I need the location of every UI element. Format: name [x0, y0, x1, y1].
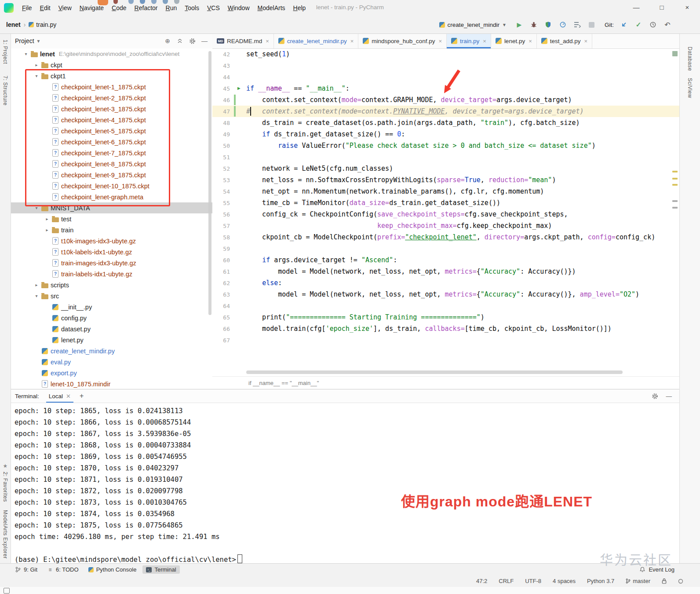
terminal-output[interactable]: epoch: 10 step: 1865, loss is 0.02413811… [11, 403, 680, 564]
run-button[interactable]: ▶ [515, 20, 524, 29]
toolwindow-button-git[interactable]: 9: Git [11, 565, 41, 574]
caret-position-widget[interactable]: 47:2 [476, 578, 487, 584]
code-line[interactable]: 47# context.set_context(mode=context.PYN… [212, 106, 680, 117]
toolwindow-button-todo[interactable]: ≡ 6: TODO [44, 565, 82, 574]
close-button[interactable]: × [674, 0, 700, 16]
menu-tools[interactable]: Tools [181, 4, 203, 11]
editor-tab[interactable]: train.py× [447, 33, 491, 48]
menu-navigate[interactable]: Navigate [76, 4, 108, 11]
code-line[interactable]: 66 model.train(cfg['epoch_size'], ds_tra… [212, 323, 680, 334]
tree-item[interactable]: train-labels-idx1-ubyte.gz [11, 268, 212, 279]
tree-item[interactable]: __init__.py [11, 301, 212, 312]
code-editor[interactable]: 42set_seed(1)434445▶if __name__ == "__ma… [212, 48, 680, 377]
terminal-tab-local[interactable]: Local ✕ [46, 389, 73, 403]
tree-item[interactable]: ▾lenetE:\gitee\mindspore\model_zoo\offic… [11, 48, 212, 59]
coverage-button[interactable] [544, 20, 553, 29]
editor-tab[interactable]: mindspore_hub_conf.py× [358, 33, 447, 48]
tree-expand-icon[interactable]: ▸ [33, 62, 40, 67]
tree-item[interactable]: lenet-10_1875.mindir [11, 378, 212, 389]
code-line[interactable]: 57 keep_checkpoint_max=cfg.keep_checkpoi… [212, 220, 680, 231]
tree-item[interactable]: ▸scripts [11, 279, 212, 290]
run-gutter-icon[interactable]: ▶ [237, 85, 241, 91]
code-line[interactable]: 64 [212, 300, 680, 312]
tree-item[interactable]: ▾src [11, 290, 212, 301]
code-line[interactable]: 42set_seed(1) [212, 48, 680, 60]
code-line[interactable]: 58 ckpoint_cb = ModelCheckpoint(prefix="… [212, 231, 680, 243]
editor-tab[interactable]: create_lenet_mindir.py× [274, 33, 358, 48]
hide-panel-icon[interactable]: — [666, 393, 672, 400]
tree-item[interactable]: create_lenet_mindir.py [11, 345, 212, 356]
menu-window[interactable]: Window [224, 4, 254, 11]
code-line[interactable]: 52 network = LeNet5(cfg.num_classes) [212, 163, 680, 174]
menu-help[interactable]: Help [289, 4, 310, 11]
tree-expand-icon[interactable]: ▾ [22, 51, 30, 56]
hide-panel-icon[interactable]: — [201, 37, 208, 44]
gear-icon[interactable] [652, 393, 658, 400]
project-scrollbar[interactable] [208, 51, 211, 315]
project-panel-title[interactable]: Project [15, 37, 34, 44]
code-line[interactable]: 63 model = Model(network, net_loss, net_… [212, 289, 680, 300]
interpreter-widget[interactable]: Python 3.7 [587, 578, 614, 584]
close-icon[interactable]: ✕ [66, 393, 71, 400]
toolwindow-button-python-console[interactable]: Python Console [85, 565, 140, 574]
toolwindow-stripe-structure[interactable]: 7: Structure [2, 76, 8, 106]
tree-item[interactable]: export.py [11, 367, 212, 378]
close-icon[interactable]: × [529, 38, 532, 44]
code-line[interactable]: 65 print("============== Starting Traini… [212, 312, 680, 323]
toolwindow-button-terminal[interactable]: ›_ Terminal [142, 565, 179, 574]
toolwindow-stripe-modelarts[interactable]: ModelArts Explorer [2, 510, 8, 559]
code-line[interactable]: 67 [212, 334, 680, 346]
warning-stripe-mark[interactable] [672, 184, 678, 186]
line-separator-widget[interactable]: CRLF [499, 578, 514, 584]
tree-expand-icon[interactable]: ▾ [33, 293, 40, 298]
stop-button[interactable] [587, 20, 596, 29]
code-line[interactable]: 50 raise ValueError("Please check datase… [212, 140, 680, 151]
close-icon[interactable]: × [438, 38, 442, 44]
new-terminal-session-button[interactable]: + [80, 392, 84, 400]
menu-edit[interactable]: Edit [36, 4, 55, 11]
menu-run[interactable]: Run [162, 4, 181, 11]
tree-expand-icon[interactable]: ▸ [43, 216, 51, 221]
code-line[interactable]: 59 [212, 243, 680, 254]
maximize-button[interactable]: □ [649, 0, 674, 16]
code-line[interactable]: 53 net_loss = nn.SoftmaxCrossEntropyWith… [212, 174, 680, 186]
indent-widget[interactable]: 4 spaces [553, 578, 576, 584]
editor-tab[interactable]: lenet.py× [491, 33, 537, 48]
warning-stripe-mark[interactable] [672, 178, 678, 180]
tree-item[interactable]: eval.py [11, 356, 212, 367]
editor-tab[interactable]: test_add.py× [537, 33, 592, 48]
tree-expand-icon[interactable]: ▸ [33, 282, 40, 287]
stripe-mark[interactable] [672, 200, 678, 202]
breadcrumb-project[interactable]: lenet [6, 21, 21, 28]
menu-modelarts[interactable]: ModelArts [254, 4, 289, 11]
tree-item[interactable]: config.py [11, 312, 212, 323]
profiler-button[interactable] [558, 20, 567, 29]
indicator-icon[interactable] [678, 579, 683, 584]
code-line[interactable]: 62 else: [212, 277, 680, 289]
tree-expand-icon[interactable]: ▸ [43, 227, 51, 232]
history-clock-icon[interactable] [649, 20, 657, 29]
code-line[interactable]: 56 config_ck = CheckpointConfig(save_che… [212, 209, 680, 220]
tree-item[interactable]: train-images-idx3-ubyte.gz [11, 257, 212, 268]
code-line[interactable]: 61 model = Model(network, net_loss, net_… [212, 266, 680, 277]
revert-button[interactable]: ↶ [663, 20, 672, 29]
code-line[interactable]: 55 time_cb = TimeMonitor(data_size=ds_tr… [212, 197, 680, 209]
tree-item[interactable]: t10k-labels-idx1-ubyte.gz [11, 246, 212, 257]
update-project-icon[interactable] [620, 20, 628, 29]
toolwindow-stripe-project[interactable]: 1: Project [2, 40, 8, 64]
inspection-status-icon[interactable] [672, 51, 678, 56]
breadcrumb-file[interactable]: train.py [29, 21, 56, 28]
toolwindow-stripe-favorites[interactable]: 2: Favorites [2, 472, 8, 502]
menu-view[interactable]: View [55, 4, 76, 11]
menu-refactor[interactable]: Refactor [131, 4, 162, 11]
tree-item[interactable]: lenet.py [11, 334, 212, 345]
menu-vcs[interactable]: VCS [203, 4, 224, 11]
close-icon[interactable]: × [266, 38, 269, 44]
minimize-button[interactable]: — [623, 0, 649, 16]
toolwindow-stripe-database[interactable]: Database [687, 47, 693, 71]
stripe-mark[interactable] [672, 207, 678, 209]
lock-icon[interactable] [662, 578, 667, 584]
breadcrumb-context[interactable]: if __name__ == "__main__" [248, 380, 319, 386]
menu-code[interactable]: Code [108, 4, 130, 11]
editor-horizontal-scrollbar[interactable] [246, 370, 623, 374]
